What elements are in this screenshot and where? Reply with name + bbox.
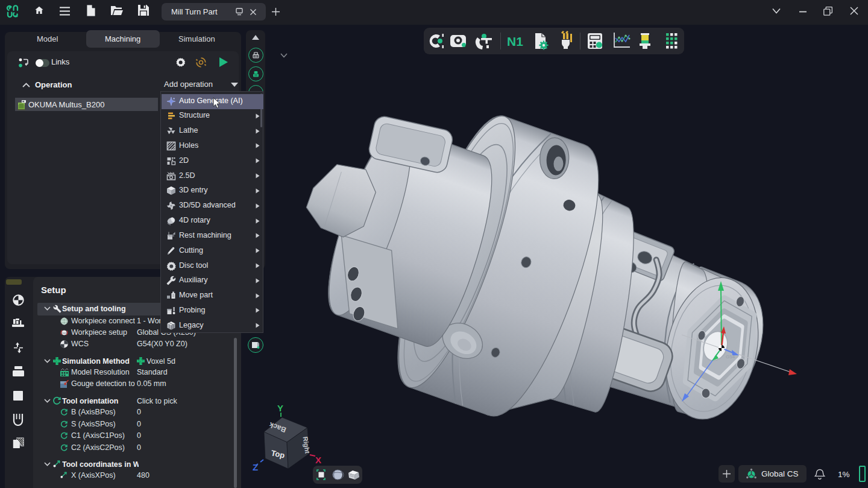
svg-text:X: X xyxy=(315,455,321,465)
svg-text:G54: G54 xyxy=(726,354,735,360)
svg-text:Y: Y xyxy=(277,403,283,413)
svg-text:Z: Z xyxy=(253,462,258,472)
svg-text:M1: M1 xyxy=(465,45,470,48)
svg-text:N1: N1 xyxy=(507,34,523,48)
